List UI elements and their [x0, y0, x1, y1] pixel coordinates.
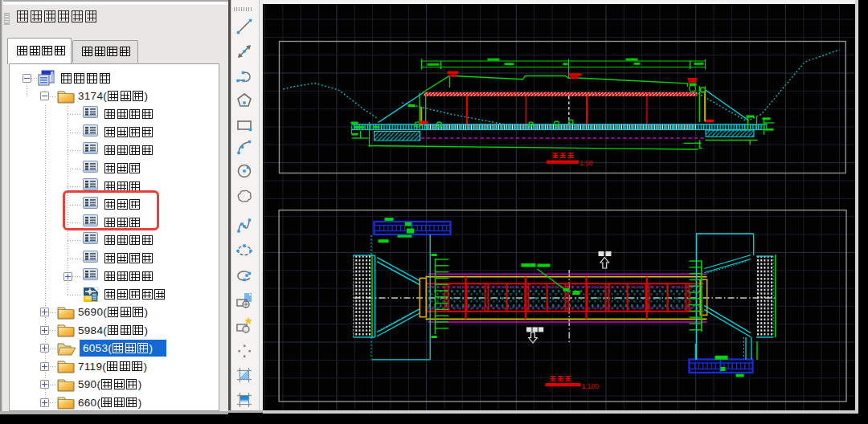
svg-text:1:50: 1:50	[579, 159, 593, 167]
svg-text:1:100: 1:100	[581, 382, 599, 390]
